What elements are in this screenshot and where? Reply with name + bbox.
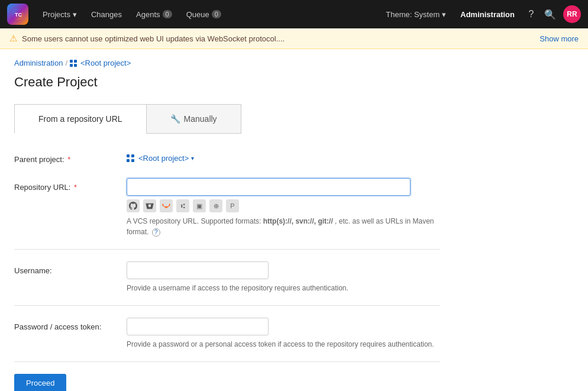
nav-administration[interactable]: Administration (454, 7, 521, 22)
breadcrumb: Administration / <Root project> (14, 59, 574, 67)
root-project-grid-icon (70, 60, 77, 67)
form-divider-1 (14, 249, 440, 250)
parent-project-value: <Root project> (138, 154, 189, 163)
queue-count-badge: 0 (212, 10, 221, 18)
repo-url-row: Repository URL: * ⑆ ▣ (14, 178, 440, 237)
create-project-form: Parent project: * <Root project> ▾ Repos… (14, 150, 440, 391)
parent-project-row: Parent project: * <Root project> ▾ (14, 150, 440, 166)
parent-project-field: <Root project> ▾ (127, 150, 440, 166)
repo-url-label: Repository URL: * (14, 178, 127, 192)
form-divider-2 (14, 305, 440, 306)
form-actions: Proceed (14, 374, 440, 391)
warning-banner: ⚠ Some users cannot use optimized web UI… (0, 28, 588, 49)
nav-agents[interactable]: Agents 0 (130, 7, 178, 22)
svg-text:TC: TC (15, 12, 22, 18)
tab-container: From a repository URL 🔧 Manually (14, 104, 574, 134)
tab-from-repo-url[interactable]: From a repository URL (14, 104, 146, 134)
wrench-icon: 🔧 (170, 114, 180, 124)
username-input[interactable] (127, 261, 269, 279)
proceed-button-label: Proceed (26, 379, 54, 387)
manually-tab-label: Manually (184, 114, 217, 124)
repo-url-required: * (74, 183, 77, 192)
github-vcs-icon[interactable] (127, 199, 140, 212)
breadcrumb-separator: / (65, 59, 67, 67)
agents-count-badge: 0 (163, 10, 172, 18)
avatar-initials: RR (567, 10, 577, 18)
nav-changes[interactable]: Changes (85, 7, 128, 22)
warning-icon: ⚠ (9, 33, 17, 44)
nav-projects-label: Projects (43, 10, 70, 19)
repo-url-field: ⑆ ▣ ⊕ P A VCS repository URL. Supported … (127, 178, 440, 237)
parent-project-label: Parent project: * (14, 150, 127, 164)
perforce-vcs-icon[interactable]: P (226, 199, 239, 212)
theme-selector[interactable]: Theme: System ▾ (380, 7, 452, 22)
admin-label: Administration (460, 10, 515, 19)
top-navigation: TC Projects ▾ Changes Agents 0 Queue 0 T… (0, 0, 588, 28)
search-icon[interactable]: 🔍 (542, 6, 558, 22)
show-more-link[interactable]: Show more (539, 34, 579, 43)
page-title: Create Project (14, 75, 574, 90)
repo-url-help-text: A VCS repository URL. Supported formats:… (127, 216, 440, 237)
gitlab-vcs-icon[interactable] (160, 199, 173, 212)
password-label: Password / access token: (14, 318, 127, 331)
parent-project-chevron-icon: ▾ (191, 155, 194, 161)
projects-chevron-icon: ▾ (73, 10, 77, 19)
username-field: Provide a username if access to the repo… (127, 261, 440, 293)
warning-text: Some users cannot use optimized web UI u… (22, 34, 535, 43)
form-divider-3 (14, 361, 440, 362)
proceed-button[interactable]: Proceed (14, 374, 66, 391)
username-help-text: Provide a username if access to the repo… (127, 283, 440, 293)
user-avatar[interactable]: RR (563, 5, 581, 23)
parent-project-required: * (67, 155, 70, 164)
breadcrumb-root-project-link[interactable]: <Root project> (80, 59, 131, 67)
tfs-vcs-icon[interactable]: ▣ (193, 199, 206, 212)
username-label: Username: (14, 261, 127, 275)
repo-url-tab-label: From a repository URL (38, 114, 122, 124)
nav-queue[interactable]: Queue 0 (180, 7, 227, 22)
repo-url-input[interactable] (127, 178, 411, 196)
username-row: Username: Provide a username if access t… (14, 261, 440, 293)
password-input[interactable] (127, 318, 269, 335)
parent-project-selector[interactable]: <Root project> ▾ (127, 150, 440, 166)
nav-queue-label: Queue (186, 10, 209, 19)
password-help-text: Provide a password or a personal access … (127, 339, 440, 350)
nav-projects[interactable]: Projects ▾ (37, 7, 83, 22)
password-field: Provide a password or a personal access … (127, 318, 440, 350)
password-row: Password / access token: Provide a passw… (14, 318, 440, 350)
bitbucket-vcs-icon[interactable] (143, 199, 156, 212)
vcs-icons-row: ⑆ ▣ ⊕ P (127, 199, 440, 212)
svn-vcs-icon[interactable]: ⑆ (176, 199, 189, 212)
main-content: Administration / <Root project> Create P… (0, 49, 588, 391)
help-icon[interactable]: ? (523, 6, 539, 22)
app-logo[interactable]: TC (7, 4, 28, 25)
mercurial-vcs-icon[interactable]: ⊕ (209, 199, 222, 212)
nav-agents-label: Agents (136, 10, 160, 19)
theme-chevron-icon: ▾ (442, 10, 446, 19)
tab-manually[interactable]: 🔧 Manually (146, 104, 241, 134)
nav-changes-label: Changes (91, 10, 122, 19)
breadcrumb-admin-link[interactable]: Administration (14, 59, 63, 67)
theme-label: Theme: System (386, 10, 440, 19)
parent-project-grid-icon (127, 154, 135, 163)
repo-url-help-link[interactable]: ? (152, 228, 160, 237)
